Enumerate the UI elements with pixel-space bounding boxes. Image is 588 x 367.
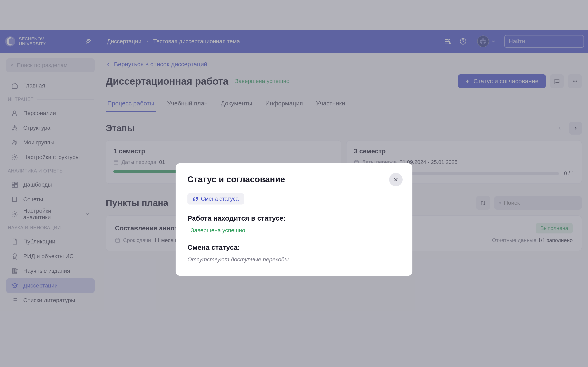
- refresh-icon: [193, 196, 198, 202]
- modal-close-button[interactable]: [389, 173, 403, 186]
- modal-overlay[interactable]: Статус и согласование Смена статуса Рабо…: [0, 0, 588, 367]
- change-status-chip[interactable]: Смена статуса: [187, 193, 244, 205]
- modal-status-value: Завершена успешно: [191, 227, 401, 234]
- modal-status-label: Работа находится в статусе:: [187, 214, 401, 222]
- modal-empty-text: Отсутствуют доступные переходы: [187, 256, 401, 263]
- modal-title: Статус и согласование: [187, 175, 401, 184]
- modal-change-label: Смена статуса:: [187, 243, 401, 251]
- close-icon: [393, 177, 399, 183]
- status-modal: Статус и согласование Смена статуса Рабо…: [176, 163, 412, 276]
